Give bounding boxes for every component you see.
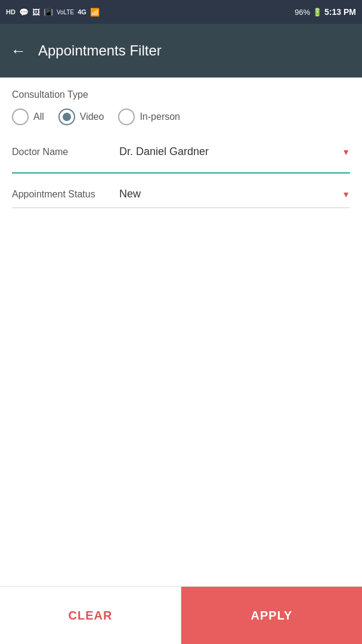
- radio-inperson[interactable]: In-person: [118, 109, 180, 125]
- image-icon: 🖼: [32, 8, 40, 17]
- status-right: 96% 🔋 5:13 PM: [295, 7, 356, 17]
- radio-circle-inperson: [118, 109, 135, 125]
- signal-icon: 📶: [90, 8, 100, 17]
- radio-all[interactable]: All: [12, 109, 44, 125]
- filter-content: Consultation Type All Video In-person Do…: [0, 78, 362, 208]
- header: ← Appointments Filter: [0, 24, 362, 78]
- radio-circle-all: [12, 109, 29, 125]
- back-arrow-icon: ←: [11, 42, 26, 60]
- appointment-status-section: Appointment Status New ▼: [12, 185, 350, 208]
- dropdown-arrow-icon: ▼: [342, 147, 350, 157]
- battery-level: 96%: [295, 8, 310, 17]
- battery-icon: 🔋: [313, 8, 322, 17]
- message-icon: 💬: [19, 8, 29, 17]
- volte-icon: VoLTE: [57, 9, 74, 16]
- radio-label-all: All: [33, 112, 44, 122]
- radio-label-inperson: In-person: [140, 112, 180, 122]
- radio-circle-video: [58, 109, 75, 125]
- consultation-type-section: Consultation Type All Video In-person: [12, 89, 350, 125]
- appointment-status-label: Appointment Status: [12, 189, 119, 200]
- hd-icon: HD: [6, 8, 16, 16]
- radio-video[interactable]: Video: [58, 109, 104, 125]
- back-button[interactable]: ←: [11, 42, 26, 60]
- page-title: Appointments Filter: [38, 42, 162, 59]
- status-bar: HD 💬 🖼 📳 VoLTE 4G 📶 96% 🔋 5:13 PM: [0, 0, 362, 24]
- appointment-status-row: Appointment Status New ▼: [12, 185, 350, 208]
- dropdown-arrow-status-icon: ▼: [342, 190, 350, 199]
- doctor-name-dropdown[interactable]: Dr. Daniel Gardner ▼: [119, 143, 350, 160]
- vibrate-icon: 📳: [44, 8, 53, 17]
- clock: 5:13 PM: [324, 7, 356, 17]
- clear-button[interactable]: CLEAR: [0, 587, 181, 644]
- appointment-status-dropdown[interactable]: New ▼: [119, 185, 350, 203]
- doctor-name-value: Dr. Daniel Gardner: [119, 145, 209, 158]
- 4g-icon: 4G: [78, 8, 86, 16]
- bottom-action-bar: CLEAR APPLY: [0, 586, 362, 644]
- appointment-status-value: New: [119, 188, 141, 200]
- consultation-type-radio-group: All Video In-person: [12, 109, 350, 125]
- radio-label-video: Video: [80, 112, 104, 122]
- doctor-name-section: Doctor Name Dr. Daniel Gardner ▼: [12, 143, 350, 174]
- consultation-type-label: Consultation Type: [12, 89, 350, 100]
- status-left-icons: HD 💬 🖼 📳 VoLTE 4G 📶: [6, 8, 100, 17]
- doctor-name-row: Doctor Name Dr. Daniel Gardner ▼: [12, 143, 350, 160]
- doctor-name-label: Doctor Name: [12, 147, 119, 157]
- apply-button[interactable]: APPLY: [181, 587, 362, 644]
